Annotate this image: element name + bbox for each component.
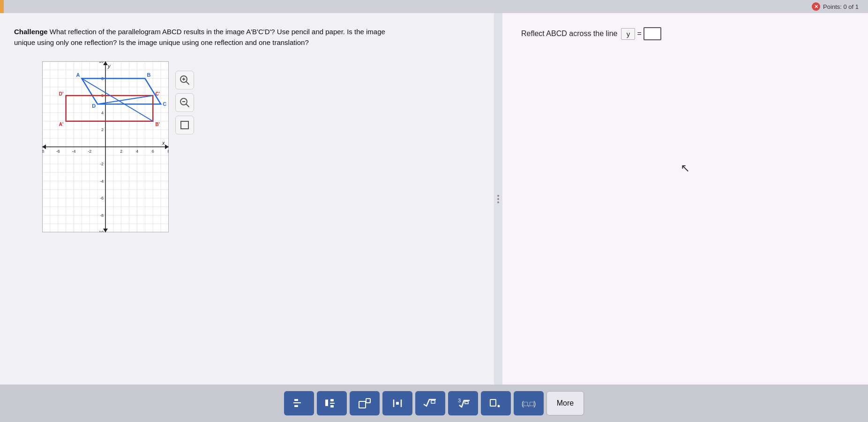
challenge-body: What reflection of the parallelogram ABC… <box>14 28 385 46</box>
top-bar: ✕ Points: 0 of 1 <box>0 0 868 13</box>
graph-area <box>42 61 194 232</box>
exponent-button[interactable]: ° <box>350 391 380 415</box>
reflect-variable: y <box>621 28 635 40</box>
svg-text:3: 3 <box>458 398 461 403</box>
decimal-icon <box>488 396 503 411</box>
instruction-prefix: Reflect ABCD across the line <box>521 30 617 38</box>
reflect-instruction: Reflect ABCD across the line y = <box>521 27 849 40</box>
fraction-icon <box>292 396 307 411</box>
expand-button[interactable] <box>175 116 194 134</box>
bottom-toolbar: ° 3 (□,□) <box>0 385 868 422</box>
points-badge: ✕ Points: 0 of 1 <box>812 2 859 11</box>
sqrt-button[interactable] <box>415 391 445 415</box>
svg-text:°: ° <box>369 401 371 406</box>
reflect-equals: = <box>637 30 641 38</box>
absolute-value-icon <box>390 396 405 411</box>
point-icon: (□,□) <box>520 396 537 411</box>
challenge-text: Challenge What reflection of the paralle… <box>14 26 398 48</box>
decimal-button[interactable] <box>481 391 511 415</box>
more-button[interactable]: More <box>546 391 584 415</box>
main-container: Challenge What reflection of the paralle… <box>0 13 868 385</box>
svg-text:(□,□): (□,□) <box>522 400 536 407</box>
reflect-answer-input[interactable] <box>644 27 661 40</box>
points-label: Points: 0 of 1 <box>823 3 859 10</box>
svg-rect-12 <box>330 399 334 401</box>
zoom-out-icon <box>180 97 190 108</box>
zoom-in-icon <box>180 75 190 85</box>
fraction-button[interactable] <box>284 391 314 415</box>
reflect-input-group: y = <box>621 27 661 40</box>
right-panel: Reflect ABCD across the line y = ↖ <box>502 13 868 385</box>
expand-icon <box>180 120 189 130</box>
svg-rect-7 <box>181 121 188 129</box>
cursor-indicator: ↖ <box>681 162 690 175</box>
zoom-out-button[interactable] <box>175 93 194 112</box>
svg-rect-14 <box>330 405 334 407</box>
exponent-icon: ° <box>357 396 372 411</box>
challenge-label: Challenge <box>14 28 48 36</box>
graph-wrapper <box>42 61 169 232</box>
sqrt-icon <box>423 396 438 411</box>
cbrt-icon: 3 <box>456 396 471 411</box>
svg-rect-22 <box>431 400 435 403</box>
absolute-value-button[interactable] <box>382 391 412 415</box>
svg-rect-25 <box>465 401 468 404</box>
svg-point-27 <box>498 405 500 407</box>
svg-rect-10 <box>294 405 298 407</box>
coordinate-graph <box>42 61 169 232</box>
panel-divider[interactable] <box>494 13 502 385</box>
point-button[interactable]: (□,□) <box>514 391 544 415</box>
divider-dot-3 <box>497 201 499 203</box>
graph-tools <box>175 71 194 134</box>
svg-rect-20 <box>396 402 399 405</box>
svg-rect-26 <box>490 400 496 406</box>
svg-line-5 <box>187 104 189 107</box>
divider-dot-2 <box>497 198 499 200</box>
divider-dot-1 <box>497 195 499 197</box>
more-label: More <box>557 399 574 407</box>
svg-line-1 <box>187 81 189 84</box>
points-circle-icon: ✕ <box>812 2 820 11</box>
divider-handle <box>497 195 499 203</box>
zoom-in-button[interactable] <box>175 71 194 89</box>
svg-rect-8 <box>294 399 298 401</box>
mixed-number-icon <box>324 396 339 411</box>
cbrt-button[interactable]: 3 <box>448 391 478 415</box>
mixed-number-button[interactable] <box>317 391 347 415</box>
left-panel: Challenge What reflection of the paralle… <box>0 13 494 385</box>
svg-rect-15 <box>359 401 366 408</box>
svg-rect-11 <box>325 400 328 406</box>
